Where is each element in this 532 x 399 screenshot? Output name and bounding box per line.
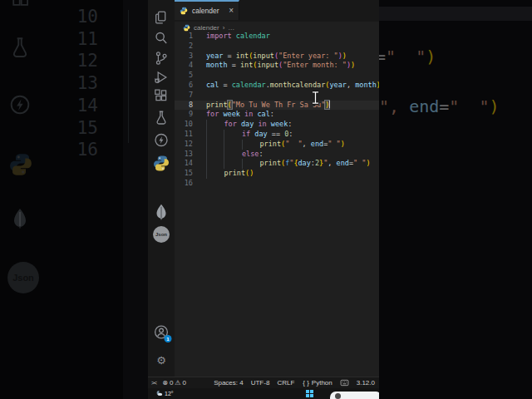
breadcrumb-chevron-icon: › xyxy=(223,24,225,32)
testing-flask-icon[interactable] xyxy=(154,110,170,126)
weather-icon xyxy=(156,390,163,397)
testing-flask-icon xyxy=(8,35,32,60)
tab-calender[interactable]: calender × xyxy=(175,0,239,20)
error-icon: ⊗ xyxy=(162,379,168,387)
braces-icon: { } xyxy=(303,379,309,387)
extensions-icon xyxy=(10,0,32,9)
search-icon[interactable] xyxy=(154,31,169,46)
python-logo-icon xyxy=(8,152,33,177)
activity-bar: Json 1 ⚙ xyxy=(148,0,175,377)
taskbar-search-box[interactable] xyxy=(330,392,379,399)
problems-indicator[interactable]: ⊗ 0 ⚠ 0 xyxy=(162,379,186,387)
json-badge-icon: Json xyxy=(7,262,39,293)
extensions-icon[interactable] xyxy=(154,88,169,103)
weather-widget[interactable]: 12° xyxy=(156,390,174,397)
error-count: 0 xyxy=(170,379,173,387)
status-item[interactable]: UTF-8 xyxy=(251,379,270,387)
status-item[interactable]: Spaces: 4 xyxy=(214,379,244,387)
python-file-icon xyxy=(180,7,188,15)
warning-count: 0 xyxy=(183,379,186,387)
status-bar: >< ⊗ 0 ⚠ 0 Spaces: 4UTF-8CRLF { } Python… xyxy=(148,377,379,388)
thunder-client-icon[interactable] xyxy=(154,132,170,148)
python-file-icon xyxy=(183,24,190,32)
windows-taskbar: 12° xyxy=(148,388,379,399)
temperature-label: 12° xyxy=(165,391,174,397)
tab-strip: calender × xyxy=(175,0,379,22)
explorer-icon[interactable] xyxy=(154,10,169,25)
close-icon[interactable]: × xyxy=(229,7,234,15)
json-tools-icon[interactable]: Json xyxy=(153,226,170,243)
language-mode[interactable]: { } Python xyxy=(303,379,332,387)
source-control-icon[interactable] xyxy=(154,51,169,66)
account-icon[interactable]: 1 xyxy=(154,324,170,340)
account-notification-badge: 1 xyxy=(165,335,172,342)
code-lines[interactable]: import calendaryear = int(input("Enter y… xyxy=(175,32,379,189)
editor-group: calender × calender › … 1234567891011121… xyxy=(175,0,379,377)
warning-icon: ⚠ xyxy=(175,379,180,387)
settings-gear-icon[interactable]: ⚙ xyxy=(156,355,166,366)
blurred-backdrop-right: =" ") ", end=" ") xyxy=(379,0,532,399)
windows-start-icon[interactable] xyxy=(306,390,313,397)
status-item[interactable]: CRLF xyxy=(277,379,294,387)
bg-code-line: ", end=" ") xyxy=(379,96,500,116)
mongodb-leaf-icon xyxy=(8,203,32,234)
thunder-client-icon xyxy=(8,92,32,117)
bg-code-line: =" ") xyxy=(376,47,436,66)
breadcrumb-ellipsis[interactable]: … xyxy=(228,24,234,32)
screenshot-root: 10111213141516 Json =" ") ", end=" ") Js… xyxy=(0,0,532,399)
status-items: Spaces: 4UTF-8CRLF xyxy=(214,379,295,387)
backdrop-line-numbers: 10111213141516 xyxy=(57,6,98,161)
tab-label: calender xyxy=(192,7,219,15)
breadcrumb-file[interactable]: calender xyxy=(194,24,219,32)
mongodb-icon[interactable] xyxy=(152,200,170,224)
blurred-backdrop-left: 10111213141516 Json xyxy=(0,0,148,399)
search-logo-icon xyxy=(335,393,341,399)
backdrop-indent-guide xyxy=(128,10,129,143)
backdrop-tabstrip-band xyxy=(379,7,532,21)
language-label: Python xyxy=(312,379,332,387)
python-version[interactable]: 3.12.0 xyxy=(357,379,375,387)
vscode-window: Json 1 ⚙ calender × calender › … xyxy=(148,0,379,399)
python-extension-icon[interactable] xyxy=(153,155,170,172)
ibeam-cursor-icon xyxy=(311,91,320,105)
interpreter-grid-icon[interactable] xyxy=(340,378,349,387)
run-debug-icon[interactable] xyxy=(154,70,169,85)
remote-indicator-icon[interactable]: >< xyxy=(151,380,156,386)
